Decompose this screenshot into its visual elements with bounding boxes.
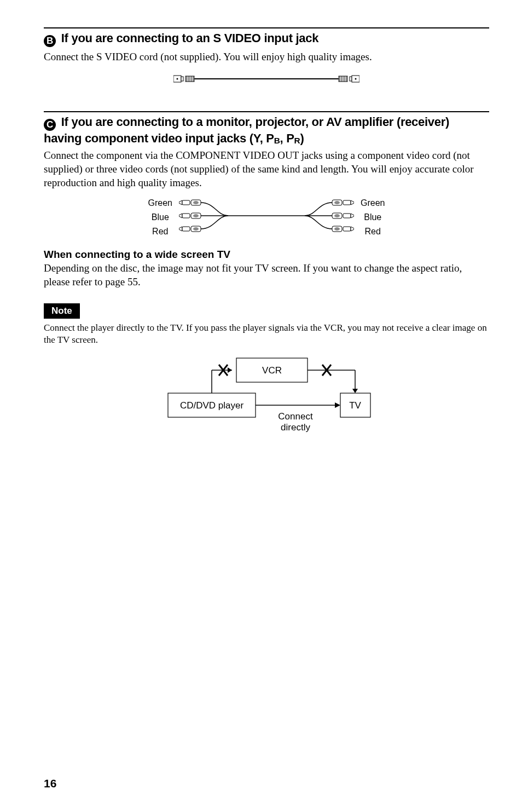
note-body: Connect the player directly to the TV. I…: [44, 322, 489, 346]
svg-point-36: [334, 227, 340, 231]
label-green-left: Green: [145, 196, 176, 210]
svg-rect-34: [343, 214, 351, 218]
svg-rect-25: [182, 227, 190, 231]
note-label: Note: [44, 303, 80, 319]
svg-point-1: [177, 78, 178, 79]
svg-rect-16: [350, 77, 352, 81]
letter-c-icon: C: [44, 119, 56, 131]
section-c-title-line2b: , P: [280, 131, 294, 145]
widescreen-body: Depending on the disc, the image may not…: [44, 262, 489, 289]
label-blue-left: Blue: [145, 210, 176, 224]
letter-b-icon: B: [44, 35, 56, 47]
widescreen-heading: When connecting to a wide screen TV: [44, 249, 489, 261]
svg-point-30: [334, 201, 340, 204]
flow-connect-1: Connect: [278, 411, 313, 422]
svg-rect-2: [181, 77, 183, 81]
section-c-title-line1: If you are connecting to a monitor, proj…: [61, 115, 449, 129]
svg-rect-31: [343, 200, 351, 205]
svg-point-27: [193, 227, 199, 231]
section-b-body: Connect the S VIDEO cord (not supplied).…: [44, 50, 489, 64]
flow-tv-label: TV: [349, 400, 361, 411]
label-blue-right: Blue: [357, 210, 388, 224]
svg-point-18: [355, 78, 357, 79]
svg-rect-22: [182, 214, 190, 218]
component-cord-diagram: Green: [44, 196, 489, 239]
svg-rect-37: [343, 227, 351, 231]
section-c-title-line2a: having component video input jacks (Y, P: [44, 131, 274, 145]
svg-point-21: [193, 201, 199, 204]
component-cables-icon: [179, 197, 354, 236]
svg-marker-52: [335, 402, 340, 408]
label-green-right: Green: [357, 196, 388, 210]
page-number: 16: [44, 777, 56, 790]
flow-connect-2: directly: [281, 422, 310, 433]
svg-point-33: [334, 214, 340, 217]
section-b-heading: B If you are connecting to an S VIDEO in…: [44, 31, 489, 47]
svg-point-24: [193, 214, 199, 217]
svg-marker-48: [352, 389, 358, 393]
flow-player-label: CD/DVD player: [180, 400, 244, 411]
label-red-left: Red: [145, 224, 176, 239]
label-red-right: Red: [357, 224, 388, 239]
flow-vcr-label: VCR: [262, 365, 282, 376]
svg-rect-19: [182, 200, 190, 205]
section-c-sub-b: B: [274, 136, 280, 145]
section-c-body: Connect the component via the COMPONENT …: [44, 149, 489, 189]
section-c-title-line2c: ): [300, 131, 304, 145]
section-b-title: If you are connecting to an S VIDEO inpu…: [61, 31, 318, 45]
section-c-sub-r: R: [294, 136, 300, 145]
section-c-heading: C If you are connecting to a monitor, pr…: [44, 114, 489, 146]
svideo-cord-diagram: [44, 71, 489, 89]
svg-marker-43: [228, 367, 232, 373]
connection-flow-diagram: VCR CD/DVD player TV Connect directly: [44, 353, 489, 448]
